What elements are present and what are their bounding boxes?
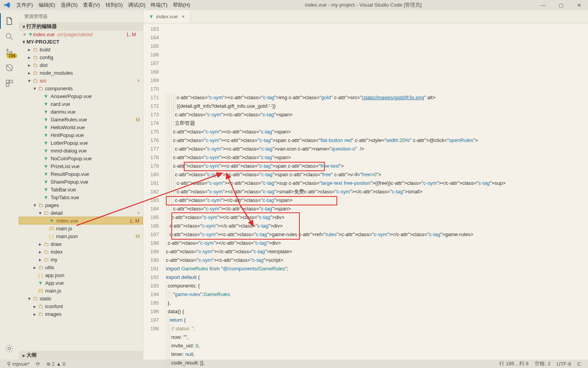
tree-item[interactable]: ▼GameRules.vueM bbox=[19, 116, 143, 123]
tree-chevron-icon bbox=[37, 140, 43, 146]
tree-item[interactable]: ▼TopTabs.vue bbox=[19, 193, 143, 201]
tree-item[interactable]: ▸🗀iconfont bbox=[19, 302, 143, 310]
editor-body[interactable]: 1631641651661671681691701711721731741751… bbox=[143, 23, 588, 359]
tree-item[interactable]: ▸🗀config bbox=[19, 53, 143, 61]
tree-item[interactable]: ▼card.vue bbox=[19, 100, 143, 108]
folder-icon: 🗀 bbox=[43, 241, 49, 247]
title-bar: 文件(F) 编辑(E) 选择(S) 查看(V) 转到(G) 调试(D) 终端(T… bbox=[0, 0, 588, 10]
vue-file-icon: ▼ bbox=[28, 32, 33, 37]
tree-chevron-icon: ▾ bbox=[37, 210, 43, 216]
tree-item[interactable]: ▸🗀index bbox=[19, 248, 143, 256]
tree-chevron-icon: ▸ bbox=[37, 257, 43, 263]
tree-item[interactable]: { }main.jsonM bbox=[19, 232, 143, 240]
svg-rect-5 bbox=[6, 80, 9, 83]
tree-item[interactable]: ▸🗀my bbox=[19, 256, 143, 263]
close-window-button[interactable]: ✕ bbox=[570, 0, 588, 10]
tree-item[interactable]: ▼NoCoinPopup.vue bbox=[19, 154, 143, 162]
tree-item[interactable]: ▼App.vue bbox=[19, 279, 143, 287]
tree-item[interactable]: ▸🗀node_modules bbox=[19, 69, 143, 77]
tree-item[interactable]: JSmain.js bbox=[19, 224, 143, 232]
tree-item[interactable]: ▾🗀src bbox=[19, 77, 143, 84]
tree-item[interactable]: ▾🗀pages bbox=[19, 201, 143, 209]
tree-item[interactable]: ▾🗀detail bbox=[19, 209, 143, 217]
js-file-icon: JS bbox=[37, 287, 44, 294]
tab-close-icon[interactable]: × bbox=[182, 14, 185, 19]
extensions-icon[interactable] bbox=[0, 75, 19, 91]
status-sync-icon[interactable]: ⟳ bbox=[33, 361, 43, 367]
tree-item-label: images bbox=[45, 311, 140, 317]
vue-file-icon: ▼ bbox=[43, 101, 49, 107]
tree-chevron-icon bbox=[37, 187, 43, 193]
tree-item[interactable]: ▼mmd-dialog.vue bbox=[19, 147, 143, 154]
project-name: MY-PROJECT bbox=[26, 39, 60, 45]
search-icon[interactable] bbox=[0, 29, 19, 44]
tree-item[interactable]: ▸🗀draw bbox=[19, 240, 143, 248]
tree-item[interactable]: ▼danmu.vue bbox=[19, 108, 143, 116]
debug-icon[interactable] bbox=[0, 60, 19, 75]
minimize-button[interactable]: — bbox=[534, 0, 552, 10]
tree-item[interactable]: ▼TabBar.vue bbox=[19, 186, 143, 193]
tree-chevron-icon bbox=[37, 124, 43, 130]
scm-icon[interactable]: 734 bbox=[0, 44, 19, 60]
tree-item[interactable]: { }app.json bbox=[19, 271, 143, 279]
tree-item[interactable]: ▼SharePopup.vue bbox=[19, 178, 143, 186]
folder-icon: 🗀 bbox=[37, 264, 44, 270]
menu-select[interactable]: 选择(S) bbox=[58, 0, 80, 10]
tree-chevron-icon: ▸ bbox=[26, 47, 32, 53]
json-file-icon: { } bbox=[37, 272, 44, 278]
vue-file-icon: ▼ bbox=[43, 109, 49, 115]
menu-debug[interactable]: 调试(D) bbox=[126, 0, 148, 10]
tree-item[interactable]: ▸🗀dist bbox=[19, 61, 143, 69]
scm-badge: 734 bbox=[7, 53, 17, 58]
tree-chevron-icon bbox=[32, 288, 37, 294]
tree-chevron-icon bbox=[37, 117, 43, 123]
tree-item-label: index bbox=[51, 249, 140, 255]
open-editors-header[interactable]: ▾ 打开的编辑器 bbox=[19, 22, 143, 31]
project-header[interactable]: ▾ MY-PROJECT bbox=[19, 38, 143, 46]
maximize-button[interactable]: ▢ bbox=[552, 0, 570, 10]
open-editor-item[interactable]: × ▼ index.vue src\pages\detail 1, M bbox=[19, 31, 143, 38]
tree-item-label: danmu.vue bbox=[51, 109, 140, 115]
tree-item[interactable]: JSmain.js bbox=[19, 287, 143, 294]
status-branch[interactable]: ⚲ mpvue* bbox=[4, 361, 33, 367]
tree-chevron-icon: ▸ bbox=[26, 54, 32, 60]
tree-item[interactable]: ▼HelloWorld.vue bbox=[19, 123, 143, 131]
tree-item[interactable]: ▾🗀static bbox=[19, 294, 143, 302]
tree-item[interactable]: ▼HintPopup.vue bbox=[19, 131, 143, 139]
tree-item[interactable]: ▸🗀utils bbox=[19, 263, 143, 271]
folder-icon: 🗀 bbox=[32, 77, 38, 84]
tree-chevron-icon: ▸ bbox=[26, 62, 32, 68]
close-editor-icon[interactable]: × bbox=[22, 32, 27, 37]
menu-view[interactable]: 查看(V) bbox=[81, 0, 102, 10]
tree-item-label: my bbox=[51, 257, 140, 263]
tree-chevron-icon bbox=[37, 156, 43, 161]
outline-header[interactable]: ▸ 大纲 bbox=[19, 351, 143, 359]
tree-item[interactable]: ▼index.vue1, M bbox=[19, 217, 143, 224]
menu-terminal[interactable]: 终端(T) bbox=[148, 0, 170, 10]
tree-item[interactable]: ▸🗀build bbox=[19, 46, 143, 53]
tree-item[interactable]: ▼PrizeList.vue bbox=[19, 162, 143, 170]
menu-file[interactable]: 文件(F) bbox=[14, 0, 35, 10]
folder-icon: 🗀 bbox=[37, 85, 44, 91]
tree-item[interactable]: ▸🗀images bbox=[19, 310, 143, 318]
tree-item-label: build bbox=[40, 47, 140, 53]
tree-item-label: draw bbox=[51, 241, 140, 247]
tree-item[interactable]: ▼AnswerPopup.vue bbox=[19, 92, 143, 100]
chevron-down-icon: ▾ bbox=[21, 24, 26, 30]
tab-index-vue[interactable]: ▼ index.vue × bbox=[143, 10, 190, 23]
settings-icon[interactable] bbox=[0, 341, 19, 356]
explorer-icon[interactable] bbox=[0, 13, 19, 29]
outline-label: 大纲 bbox=[26, 352, 37, 359]
status-problems[interactable]: ⊗ 2 ▲ 0 bbox=[43, 361, 69, 367]
menu-edit[interactable]: 编辑(E) bbox=[36, 0, 58, 10]
tree-chevron-icon: ▾ bbox=[32, 86, 37, 91]
tab-label: index.vue bbox=[156, 14, 178, 19]
tree-item[interactable]: ▼LotterPopup.vue bbox=[19, 139, 143, 147]
folder-icon: 🗀 bbox=[37, 202, 44, 208]
tree-chevron-icon: ▸ bbox=[32, 311, 37, 317]
tree-item[interactable]: ▾🗀components bbox=[19, 84, 143, 92]
tree-item[interactable]: ▼ResultPopup.vue bbox=[19, 170, 143, 178]
menu-help[interactable]: 帮助(H) bbox=[171, 0, 192, 10]
menu-goto[interactable]: 转到(G) bbox=[103, 0, 125, 10]
code-content[interactable]: c-attr">class="c-sym"><c-attr">class="c-… bbox=[166, 23, 588, 359]
